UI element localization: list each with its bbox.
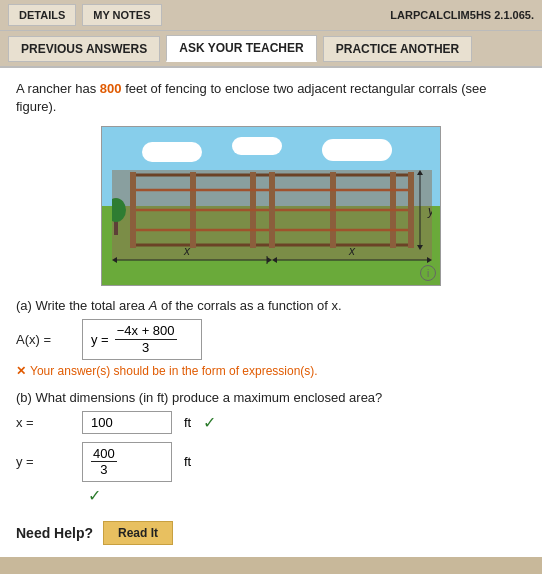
ax-numerator: −4x + 800 bbox=[115, 323, 177, 340]
y-denominator: 3 bbox=[98, 462, 109, 478]
x-unit: ft bbox=[184, 415, 191, 430]
y-unit: ft bbox=[184, 454, 191, 469]
problem-highlight: 800 bbox=[100, 81, 122, 96]
part-a-section: (a) Write the total area A of the corral… bbox=[16, 298, 526, 377]
svg-text:x: x bbox=[183, 244, 191, 258]
need-help-label: Need Help? bbox=[16, 525, 93, 541]
problem-description: A rancher has 800 feet of fencing to enc… bbox=[16, 80, 526, 116]
error-x-icon: ✕ bbox=[16, 364, 26, 378]
y-check-icon: ✓ bbox=[88, 487, 101, 504]
y-fraction: 400 3 bbox=[91, 446, 117, 478]
practice-another-button[interactable]: PRACTICE ANOTHER bbox=[323, 36, 473, 62]
ax-fraction: −4x + 800 3 bbox=[115, 323, 177, 355]
svg-rect-3 bbox=[130, 172, 136, 248]
x-answer-box[interactable]: 100 bbox=[82, 411, 172, 434]
details-button[interactable]: DETAILS bbox=[8, 4, 76, 26]
part-b-label: (b) What dimensions (in ft) produce a ma… bbox=[16, 390, 526, 405]
nav-bar: PREVIOUS ANSWERS ASK YOUR TEACHER PRACTI… bbox=[0, 31, 542, 68]
cloud-2 bbox=[232, 137, 282, 155]
y-equals: y = bbox=[91, 332, 109, 347]
svg-text:y: y bbox=[427, 204, 432, 218]
cloud-3 bbox=[322, 139, 392, 161]
main-content: A rancher has 800 feet of fencing to enc… bbox=[0, 68, 542, 557]
problem-code: LARPCALCLIM5HS 2.1.065. bbox=[390, 9, 534, 21]
problem-text-start: A rancher has bbox=[16, 81, 100, 96]
fence-figure: x x y i bbox=[101, 126, 441, 286]
part-a-answer-row: A(x) = y = −4x + 800 3 bbox=[16, 319, 526, 359]
x-check-icon: ✓ bbox=[203, 413, 216, 432]
my-notes-button[interactable]: MY NOTES bbox=[82, 4, 161, 26]
x-value: 100 bbox=[91, 415, 113, 430]
x-answer-row: x = 100 ft ✓ bbox=[16, 411, 526, 434]
part-b-section: (b) What dimensions (in ft) produce a ma… bbox=[16, 390, 526, 505]
error-message: ✕Your answer(s) should be in the form of… bbox=[16, 364, 526, 378]
y-answer-row: y = 400 3 ft bbox=[16, 442, 526, 482]
read-it-button[interactable]: Read It bbox=[103, 521, 173, 545]
info-icon[interactable]: i bbox=[420, 265, 436, 281]
y-answer-box[interactable]: 400 3 bbox=[82, 442, 172, 482]
y-numerator: 400 bbox=[91, 446, 117, 463]
ax-denominator: 3 bbox=[140, 340, 151, 356]
part-a-label: (a) Write the total area A of the corral… bbox=[16, 298, 526, 313]
error-text: Your answer(s) should be in the form of … bbox=[30, 364, 318, 378]
svg-text:x: x bbox=[348, 244, 356, 258]
figure-container: x x y i bbox=[16, 126, 526, 286]
ax-label: A(x) = bbox=[16, 332, 76, 347]
fence-svg: x x y bbox=[112, 160, 432, 270]
ax-answer-box[interactable]: y = −4x + 800 3 bbox=[82, 319, 202, 359]
svg-rect-6 bbox=[269, 172, 275, 248]
need-help-bar: Need Help? Read It bbox=[16, 521, 526, 545]
cloud-1 bbox=[142, 142, 202, 162]
prev-answers-button[interactable]: PREVIOUS ANSWERS bbox=[8, 36, 160, 62]
top-bar: DETAILS MY NOTES LARPCALCLIM5HS 2.1.065. bbox=[0, 0, 542, 31]
x-label: x = bbox=[16, 415, 76, 430]
svg-rect-9 bbox=[408, 172, 414, 248]
ask-teacher-button[interactable]: ASK YOUR TEACHER bbox=[166, 35, 316, 62]
y-label: y = bbox=[16, 454, 76, 469]
